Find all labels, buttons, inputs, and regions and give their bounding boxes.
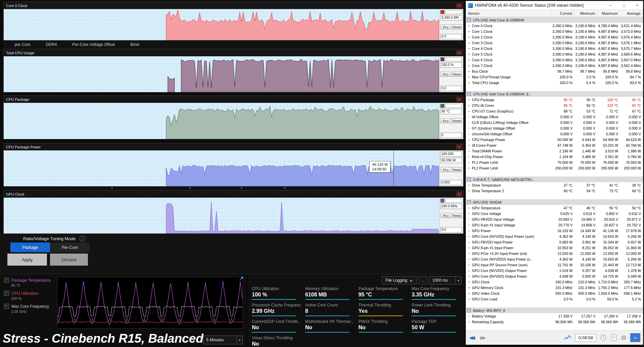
report-icon[interactable] [610,334,617,342]
sensor-row[interactable]: ●Core 2 Clock3,390.0 MHz3,190.6 MHz4,987… [466,34,643,40]
stress-metric-toggle-cpu-utilization[interactable]: ✓CPU Utilization100 % [4,291,51,300]
close-icon[interactable]: × [456,3,462,8]
collapse-icon[interactable] [467,178,471,181]
sensor-row[interactable]: ●GPU Core (NVVDD2) Input Power (s...4.36… [466,256,643,262]
sensor-row[interactable]: ●Core 4 Clock3,390.0 MHz3,190.6 MHz4,987… [466,46,643,51]
maximize-button[interactable]: □ [618,1,630,10]
sensor-row[interactable]: ●Core 1 Clock3,390.0 MHz3,190.6 MHz4,987… [466,28,643,34]
sensor-row[interactable]: ●GPU PCIe +3.3V Input Power (est)12.000 … [466,251,643,256]
reset-button[interactable]: Reset [452,118,463,123]
collapse-icon[interactable] [467,200,471,204]
sensor-row[interactable]: ●Core 6 Clock3,390.0 MHz3,190.6 MHz4,987… [466,57,643,63]
fit-y-button[interactable]: Fit y [440,24,451,29]
close-icon[interactable]: × [456,97,462,102]
fit-y-button[interactable]: Fit y [440,167,451,172]
sensor-row[interactable]: ●Total DRAM Power2.196 W1.445 W3.510 W1.… [466,148,643,154]
reset-button[interactable]: Reset [452,167,463,172]
sensor-group-header[interactable]: CPU [#0]: Intel Core i9-10980HK: E... [466,91,643,97]
graph-icon[interactable] [564,334,572,341]
column-header-current[interactable]: Current [552,10,575,17]
sensor-row[interactable]: ●Total CPU Usage100.0 %0.4 %100.0 %83.0 … [466,80,643,85]
sensor-row[interactable]: ●CPU Package Power50.056 W6.544 W54.990 … [466,137,643,142]
clock-icon[interactable] [599,334,607,342]
sensor-row[interactable]: ●Core 3 Clock3,390.0 MHz3,190.6 MHz4,987… [466,40,643,46]
sensor-row[interactable]: ●GPU Core Load3.0 %0.0 %59.0 %5.2 % [466,296,643,302]
fit-y-button[interactable]: Fit y [440,213,451,218]
sensor-group-header[interactable]: S.M.A.R.T.: SAMSUNG MZVLB2T0H... [466,177,643,182]
close-icon[interactable]: × [456,144,462,149]
sensor-row[interactable]: ●IA Voltage Offset0.000 V0.000 V0.000 V0… [466,114,643,120]
sensor-row[interactable]: ●Max CPU/Thread Usage100.0 %2.0 %100.0 %… [466,74,643,80]
sensor-row[interactable]: ●GPU Clock240.0 MHz210.0 MHz1,710.0 MHz2… [466,279,643,285]
more-options-button[interactable]: ... [419,276,427,284]
fit-y-button[interactable]: Fit y [440,118,451,123]
collapse-icon[interactable] [467,92,471,96]
reset-button[interactable]: Reset [452,24,463,29]
discard-button[interactable]: Discard [50,254,88,266]
sensor-row[interactable]: ●Core 5 Clock3,390.0 MHz3,190.6 MHz4,987… [466,51,643,57]
column-header-maximum[interactable]: Maximum [597,10,620,17]
info-icon[interactable]: i [79,236,85,241]
collapse-icon[interactable] [467,18,471,22]
sensor-row[interactable]: ●CPU IA Cores95 °C55 °C102 °C91 °C [466,102,643,108]
sensor-row[interactable]: ●Remaining Capacity96.566 Wh96.566 Wh96.… [466,319,643,325]
sensor-row[interactable]: ●GPU Core (NVVDD) Output Power1.518 W0.2… [466,268,643,273]
column-header-average[interactable]: Average [620,10,643,17]
stress-metric-toggle-max-core-frequency[interactable]: ✓Max Core Frequency3.35 GHz [4,304,51,314]
sensor-row[interactable]: ●Core 7 Clock3,390.0 MHz3,190.6 MHz4,987… [466,63,643,68]
sensor-row[interactable]: ●PL1 Power Limit75.000 W75.000 W76.000 W… [466,159,643,165]
history-forward-icon[interactable]: ▶▶ [480,334,488,341]
reset-button[interactable]: Reset [452,213,463,218]
sensor-row[interactable]: ●CPU GT Cores (Graphics)68 °C53 °C71 °C6… [466,108,643,114]
file-logging-button[interactable]: File Logging ▶ [382,276,417,284]
polling-interval-select[interactable]: 1000 ms ▾ [429,276,462,284]
tab-package[interactable]: Package [10,242,50,252]
sensor-group-header[interactable]: CPU [#0]: Intel Core i9-10980HK [466,17,643,23]
checkbox-icon[interactable]: ✓ [4,291,9,296]
pin-icon[interactable] [239,276,244,282]
tab-per-core[interactable]: Per-Core [50,242,90,252]
fit-y-button[interactable]: Fit y [440,72,451,77]
sensor-row[interactable]: ●Drive Temperature37 °C37 °C41 °C39 °C [466,182,643,188]
sensor-row[interactable]: ●GPU Temperature47 °C45 °C55 °C50 °C [466,205,643,211]
sensor-row[interactable]: ●Bus Clock99.7 MHz99.7 MHz99.8 MHz99.8 M… [466,68,643,74]
sensor-row[interactable]: ●GPU 8-pin #1 Input Power10.053 W8.251 W… [466,245,643,251]
minimize-button[interactable]: ─ [605,1,616,10]
checkbox-icon[interactable]: ✓ [4,278,9,283]
sensor-row[interactable]: ●GPU Power16.153 W14.349 W41.136 W17.978… [466,228,643,233]
sensor-row[interactable]: ●GT (Unslice) Voltage Offset0.000 V0.000… [466,125,643,131]
sensor-row[interactable]: ●Drive Temperature 260 °C54 °C73 °C60 °C [466,188,643,194]
sensor-row[interactable]: ●GPU FBVDD Input Voltage20.893 V19.965 V… [466,216,643,222]
reset-button[interactable]: Reset [452,72,463,77]
column-header-minimum[interactable]: Minimum [575,10,597,17]
settings-gear-icon[interactable]: ⚙ [620,333,627,342]
sensor-row[interactable]: ●GPU Core (NVVDD) Output Power4.598 W0.0… [466,273,643,279]
sensor-row[interactable]: ●GPU Core Voltage0.625 V0.619 V0.850 V0.… [466,211,643,216]
sensor-group-header[interactable]: Battery: MSI BIF0_9 [466,307,643,313]
sensor-row[interactable]: ●Battery Voltage17.258 V17.257 V17.260 V… [466,313,643,319]
collapse-icon[interactable] [467,308,471,312]
sensor-row[interactable]: ●Core 0 Clock3,390.0 MHz3,190.6 MHz4,789… [466,23,643,28]
sensor-row[interactable]: ●GPU FBVDD Input Power5.683 W3.991 W15.3… [466,239,643,245]
close-button[interactable]: × [632,1,643,10]
sensor-row[interactable]: ●GPU Core (NVVDD) Input Power (sum)4.362… [466,233,643,239]
column-header-sensor[interactable]: Sensor [466,10,552,17]
sensor-row[interactable]: ●GPU Input PP Source Power (sum)11.791 W… [466,262,643,268]
sensor-row[interactable]: ●IA Cores Power47.748 W5.354 W53.201 W42… [466,142,643,148]
sensor-row[interactable]: ●PL2 Power Limit200.000 W200.000 W200.00… [466,165,643,171]
sensor-row[interactable]: ●CLR (CBo/LLC/Ring) Voltage Offset0.000 … [466,120,643,125]
sensor-group-header[interactable]: GPU [#0]: NVIDIA: [466,199,643,205]
close-sensors-button[interactable]: × [630,333,640,342]
checkbox-icon[interactable]: ✓ [4,304,9,309]
sensor-row[interactable]: ●Rest-of-Chip Power1.164 W0.485 W2.001 W… [466,154,643,159]
close-icon[interactable]: × [456,192,462,197]
sensor-row[interactable]: ●CPU Package95 °C55 °C102 °C91 °C [466,97,643,102]
sensor-row[interactable]: ●GPU Video Clock555.0 MHz555.0 MHz1,500.… [466,290,643,296]
apply-button[interactable]: Apply [7,254,47,266]
duration-select[interactable]: 5 Minutes ▾ [203,336,243,344]
sensor-row[interactable]: ●Uncore/SA Voltage Offset0.000 V0.000 V0… [466,131,643,137]
history-back-icon[interactable]: ◀◀ [469,334,477,341]
stress-metric-toggle-package-temperature[interactable]: ✓Package Temperature95 °C [4,278,51,287]
sensor-row[interactable]: ●GPU Memory Clock101.3 MHz101.3 MHz1,750… [466,285,643,290]
sensor-row[interactable]: ●GPU 8-pin #1 Input Voltage20.770 V19.85… [466,222,643,228]
